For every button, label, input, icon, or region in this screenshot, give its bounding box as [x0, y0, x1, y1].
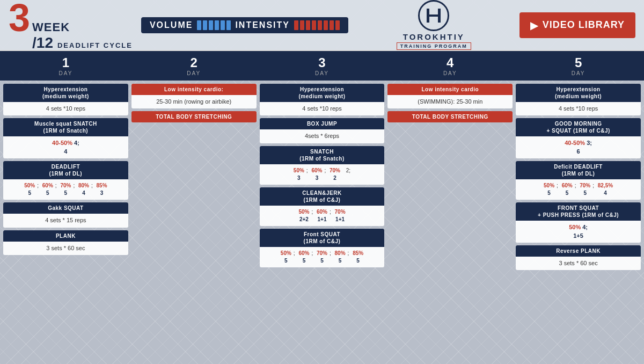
day3-ex3-body: 50%3; 60%3; 70%2 2;: [260, 164, 385, 185]
logo-name: TOROKHTIY: [403, 32, 465, 41]
content-wrapper: 3 WEEK /12 DEADLIFT CYCLE VOLUME: [0, 0, 644, 364]
day3-ex1-title: Hyperextension(medium weight): [260, 84, 385, 102]
stat: 70%5: [580, 182, 590, 197]
day3-ex5-stats: 50%5; 60%5; 70%5; 80%5; 85%5: [264, 250, 380, 265]
stat: 85%3: [97, 182, 107, 197]
vol-bar-4: [215, 20, 219, 30]
day3-ex2-title: BOX JUMP: [260, 118, 385, 129]
day1-ex2-body: 40-50% 4;4: [3, 136, 128, 158]
day1-ex4: Gakk SQUAT 4 sets * 15 reps: [3, 202, 128, 227]
day1-ex2-title: Muscle squat SNATCH(1RM of Snatch): [3, 118, 128, 136]
day5-ex5: Reverse PLANK 3 sets * 60 sec: [516, 245, 641, 270]
stat: 50%5: [544, 182, 554, 197]
day-1-label: DAY: [5, 70, 126, 76]
day-1-num: 1: [5, 55, 126, 70]
day5-ex5-title: Reverse PLANK: [516, 245, 641, 257]
week-denom: /12: [32, 34, 53, 52]
day-4-num: 4: [390, 55, 510, 70]
day-header-3: 3 DAY: [260, 53, 385, 78]
day1-ex5-title: PLANK: [3, 230, 128, 242]
day3-ex5-body: 50%5; 60%5; 70%5; 80%5; 85%5: [260, 247, 385, 267]
volume-intensity-bar: VOLUME INTENSITY: [141, 17, 348, 33]
day-4-label: DAY: [390, 70, 510, 76]
day5-ex4-body: 50% 4;1+5: [516, 221, 641, 243]
day1-ex1: Hyperextension(medium weight) 4 sets *10…: [3, 84, 128, 115]
int-bar-4: [312, 20, 316, 30]
cycle-label: DEADLIFT CYCLE: [57, 41, 133, 49]
stat: 60%5: [42, 182, 53, 197]
day-3-label: DAY: [262, 70, 383, 76]
day3-ex2: BOX JUMP 4sets * 6reps: [260, 118, 385, 143]
intensity-label: INTENSITY: [235, 20, 290, 30]
stat: 82,5%4: [598, 182, 613, 197]
day3-ex3: SNATCH(1RM of Snatch) 50%3; 60%3; 70%2 2…: [260, 146, 385, 185]
day4-ex2-title: TOTAL BODY STRETCHING: [387, 111, 513, 122]
day1-ex4-title: Gakk SQUAT: [3, 202, 128, 214]
day5-ex4-title: FRONT SQUAT+ PUSH PRESS (1RM of C&J): [516, 202, 641, 221]
day5-ex3: Deficit DEADLIFT(1RM of DL) 50%5; 60%5; …: [516, 161, 641, 200]
day5-ex1: Hyperextension(medium weight) 4 sets *10…: [516, 84, 641, 115]
week-info: 3 WEEK /12 DEADLIFT CYCLE: [9, 0, 133, 52]
day5-ex1-body: 4 sets *10 reps: [516, 102, 641, 115]
day4-ex1-body: (SWIMMING): 25-30 min: [387, 95, 513, 108]
day1-ex4-body: 4 sets * 15 reps: [3, 214, 128, 227]
stat: 80%5: [335, 250, 346, 265]
day1-ex5-body: 3 sets * 60 sec: [3, 242, 128, 255]
main-container: 3 WEEK /12 DEADLIFT CYCLE VOLUME: [0, 0, 644, 364]
volume-label: VOLUME: [150, 20, 193, 30]
day-5-col: Hyperextension(medium weight) 4 sets *10…: [516, 84, 641, 361]
vol-bar-3: [209, 20, 213, 30]
day5-ex1-title: Hyperextension(medium weight): [516, 84, 641, 102]
header: 3 WEEK /12 DEADLIFT CYCLE VOLUME: [0, 0, 644, 51]
video-library-button[interactable]: ▶ VIDEO LIBRARY: [519, 12, 635, 38]
vol-bar-1: [197, 20, 201, 30]
day4-ex1-title: Low intensity cardio: [387, 84, 513, 95]
day5-ex2: GOOD MORNING+ SQUAT (1RM of C&J) 40-50% …: [516, 118, 641, 158]
day4-ex2: TOTAL BODY STRETCHING: [387, 111, 513, 122]
int-bar-6: [324, 20, 328, 30]
day3-ex5-title: Front SQUAT(1RM of C&J): [260, 229, 385, 247]
day1-ex3-title: DEADLIFT(1RM of DL): [3, 161, 128, 179]
volume-bars: [197, 20, 231, 30]
day-header-1: 1 DAY: [3, 53, 128, 78]
svg-rect-2: [427, 14, 441, 17]
vol-bar-6: [226, 20, 231, 30]
stat: 85%5: [353, 250, 363, 265]
day3-ex1: Hyperextension(medium weight) 4 sets *10…: [260, 84, 385, 115]
day-5-label: DAY: [518, 70, 639, 76]
stat: 80%4: [78, 182, 89, 197]
stat: 50%5: [24, 182, 35, 197]
week-number: 3: [9, 0, 30, 37]
stat: 70%5: [317, 250, 327, 265]
vol-bar-5: [221, 20, 225, 30]
day-2-num: 2: [134, 55, 254, 70]
video-btn-label: VIDEO LIBRARY: [543, 19, 625, 31]
stat: 70%2: [330, 167, 340, 182]
day-4-col: Low intensity cardio (SWIMMING): 25-30 m…: [387, 84, 513, 361]
day1-ex1-body: 4 sets *10 reps: [3, 102, 128, 115]
int-bar-1: [294, 20, 298, 30]
day-3-num: 3: [262, 55, 383, 70]
stat: 60%1+1: [317, 208, 327, 223]
day3-ex4: CLEAN&JERK(1RM of C&J) 50%2+2; 60%1+1; 7…: [260, 187, 385, 226]
week-label: WEEK: [32, 20, 133, 34]
intensity-bars: [294, 20, 340, 30]
day5-ex3-title: Deficit DEADLIFT(1RM of DL): [516, 161, 641, 179]
stat: 50%2+2: [298, 208, 309, 223]
day5-ex5-body: 3 sets * 60 sec: [516, 257, 641, 270]
day3-ex3-title: SNATCH(1RM of Snatch): [260, 146, 385, 164]
int-bar-8: [335, 20, 340, 30]
day3-ex5: Front SQUAT(1RM of C&J) 50%5; 60%5; 70%5…: [260, 229, 385, 267]
day1-ex3: DEADLIFT(1RM of DL) 50%5; 60%5; 70%5; 80…: [3, 161, 128, 200]
day5-ex2-body: 40-50% 3;6: [516, 136, 641, 158]
day3-ex3-stats: 50%3; 60%3; 70%2 2;: [264, 167, 380, 182]
stat: 70%5: [60, 182, 71, 197]
day3-ex2-body: 4sets * 6reps: [260, 129, 385, 143]
int-bar-2: [300, 20, 304, 30]
day3-ex4-body: 50%2+2; 60%1+1; 70%1+1: [260, 206, 385, 226]
play-icon: ▶: [530, 19, 538, 32]
exercises-grid: Hyperextension(medium weight) 4 sets *10…: [0, 81, 644, 364]
day2-ex2: TOTAL BODY STRETCHING: [131, 111, 257, 122]
day4-ex1: Low intensity cardio (SWIMMING): 25-30 m…: [387, 84, 513, 108]
day1-ex5: PLANK 3 sets * 60 sec: [3, 230, 128, 255]
